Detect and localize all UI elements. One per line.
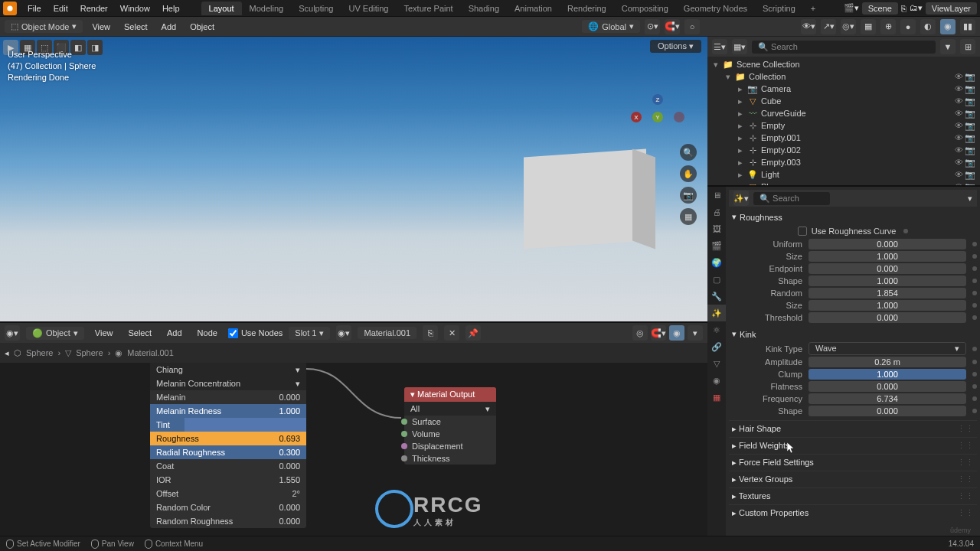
- prop-type-icon[interactable]: ✨▾: [733, 191, 749, 206]
- tree-row-curveguide[interactable]: ▸〰CurveGuide👁 📷: [707, 107, 980, 119]
- node-input-melanin-redness[interactable]: Melanin Redness1.000: [150, 404, 306, 418]
- prop-value-threshold[interactable]: 0.000: [808, 312, 966, 323]
- chevron-left-icon[interactable]: ◂: [5, 348, 9, 358]
- pivot-icon[interactable]: ⊙▾: [645, 19, 660, 34]
- overlay-toggle-icon[interactable]: ◎▾: [841, 19, 856, 34]
- menu-select[interactable]: Select: [119, 21, 152, 33]
- tree-row-empty[interactable]: ▸⊹Empty👁 📷: [707, 119, 980, 132]
- breadcrumb-object[interactable]: Sphere: [26, 348, 53, 357]
- menu-object[interactable]: Object: [185, 21, 219, 33]
- tab-material-icon[interactable]: ◉: [707, 372, 726, 389]
- shading-matprev-icon[interactable]: ◐: [920, 19, 936, 34]
- pan-icon[interactable]: ✋: [680, 165, 697, 182]
- filter-icon[interactable]: ▼: [940, 39, 956, 54]
- new-material-icon[interactable]: ⎘: [423, 325, 438, 341]
- principled-hair-node[interactable]: Chiang▾ Melanin Concentration▾ Melanin0.…: [150, 363, 306, 528]
- material-output-node[interactable]: ▾ Material Output All▾ Surface Volume Di…: [404, 387, 496, 465]
- prop-value-uniform[interactable]: 0.000: [808, 239, 966, 249]
- node-input-roughness[interactable]: Roughness0.693: [150, 432, 306, 445]
- prop-value-flatness[interactable]: 0.000: [808, 381, 966, 392]
- node-dropdown-model[interactable]: Chiang▾: [150, 363, 306, 377]
- menu-window[interactable]: Window: [114, 4, 156, 13]
- prop-value-shape[interactable]: 1.000: [808, 276, 966, 286]
- node-menu-add[interactable]: Add: [162, 327, 187, 339]
- prop-value-frequency[interactable]: 6.734: [808, 393, 966, 404]
- socket-volume[interactable]: Volume: [404, 428, 496, 440]
- tab-shading[interactable]: Shading: [461, 2, 507, 15]
- zoom-icon[interactable]: 🔍: [680, 144, 697, 161]
- mode-selector[interactable]: ⬚ Object Mode ▾: [5, 20, 83, 33]
- shading-wireframe-icon[interactable]: ⊕: [880, 19, 896, 34]
- tab-scripting[interactable]: Scripting: [755, 2, 803, 15]
- menu-add[interactable]: Add: [157, 21, 181, 33]
- tree-row-empty-003[interactable]: ▸⊹Empty.003👁 📷: [707, 156, 980, 168]
- tree-row-scene collection[interactable]: ▾📁Scene Collection: [707, 58, 980, 70]
- node-overlay-icon[interactable]: ◎: [632, 325, 648, 341]
- socket-displacement[interactable]: Displacement: [404, 440, 496, 452]
- node-canvas[interactable]: BSDF Chiang▾ Melanin Concentration▾ Mela…: [0, 363, 707, 536]
- xray-icon[interactable]: ▦: [861, 19, 876, 34]
- tab-compositing[interactable]: Compositing: [614, 2, 676, 15]
- section-kink-header[interactable]: ▾ Kink: [729, 327, 977, 341]
- outliner-tree[interactable]: ▾📁Scene Collection▾📁Collection👁 📷▸📷Camer…: [707, 57, 980, 185]
- prop-value-random[interactable]: 1.854: [808, 288, 966, 298]
- new-collection-icon[interactable]: ⊞: [960, 39, 975, 54]
- material-browse-icon[interactable]: ◉▾: [336, 325, 351, 341]
- node-input-radial-roughness[interactable]: Radial Roughness0.300: [150, 445, 306, 459]
- editor-type-icon[interactable]: ◉▾: [5, 325, 20, 341]
- use-nodes-toggle[interactable]: Use Nodes: [228, 328, 283, 338]
- tab-animation[interactable]: Animation: [507, 2, 560, 15]
- shader-type-selector[interactable]: 🟢 Object▾: [26, 327, 84, 340]
- node-input-melanin[interactable]: Melanin0.000: [150, 390, 306, 404]
- node-input-random-roughness[interactable]: Random Roughness0.000: [150, 514, 306, 528]
- perspective-icon[interactable]: ▦: [680, 208, 697, 225]
- node-chevron-icon[interactable]: ▾: [688, 325, 703, 341]
- use-roughness-curve-checkbox[interactable]: Use Roughness Curve: [729, 224, 977, 238]
- scene-selector[interactable]: Scene: [862, 2, 898, 15]
- proportional-edit-icon[interactable]: ○: [684, 19, 700, 34]
- node-backdrop-icon[interactable]: ◉: [669, 325, 684, 341]
- output-target-dropdown[interactable]: All▾: [404, 402, 496, 416]
- prop-value-clump[interactable]: 1.000: [808, 369, 966, 380]
- section-roughness-header[interactable]: ▾ Roughness: [729, 210, 977, 224]
- breadcrumb-data[interactable]: Sphere: [76, 348, 103, 357]
- prop-value-shape[interactable]: 0.000: [808, 406, 966, 416]
- tab-rendering[interactable]: Rendering: [560, 2, 614, 15]
- camera-view-icon[interactable]: 📷: [680, 187, 697, 204]
- tree-row-empty-002[interactable]: ▸⊹Empty.002👁 📷: [707, 144, 980, 156]
- tab-viewlayer-icon[interactable]: 🖼: [707, 220, 726, 237]
- tab-texture-icon[interactable]: ▦: [707, 389, 726, 406]
- pause-icon[interactable]: ▮▮: [960, 19, 975, 34]
- node-menu-view[interactable]: View: [90, 327, 118, 339]
- prop-value-size[interactable]: 1.000: [808, 251, 966, 262]
- gizmo-toggle-icon[interactable]: ↗▾: [821, 19, 836, 34]
- outliner-type-icon[interactable]: ☰▾: [712, 39, 727, 54]
- prop-value-endpoint[interactable]: 0.000: [808, 263, 966, 274]
- menu-help[interactable]: Help: [156, 4, 186, 13]
- slot-selector[interactable]: Slot 1 ▾: [289, 327, 330, 340]
- socket-thickness[interactable]: Thickness: [404, 452, 496, 465]
- tree-row-camera[interactable]: ▸📷Camera👁 📷: [707, 83, 980, 95]
- tree-row-collection[interactable]: ▾📁Collection👁 📷: [707, 70, 980, 83]
- section-field-weights[interactable]: ▸ Field Weights⋮⋮: [729, 437, 977, 454]
- node-dropdown-parametrization[interactable]: Melanin Concentration▾: [150, 377, 306, 390]
- tree-row-plane[interactable]: ▸▽Plane👁 📷: [707, 181, 980, 185]
- tree-row-light[interactable]: ▸💡Light👁 📷: [707, 168, 980, 181]
- menu-edit[interactable]: Edit: [47, 4, 74, 13]
- breadcrumb-material[interactable]: Material.001: [127, 348, 174, 357]
- node-input-ior[interactable]: IOR1.550: [150, 473, 306, 487]
- node-input-tint[interactable]: Tint: [150, 418, 306, 432]
- socket-surface[interactable]: Surface: [404, 416, 496, 428]
- kink-type-dropdown[interactable]: Wave▾: [808, 342, 966, 355]
- app-logo-icon[interactable]: [3, 2, 17, 15]
- section-textures[interactable]: ▸ Textures⋮⋮: [729, 487, 977, 504]
- shading-solid-icon[interactable]: ●: [900, 19, 916, 34]
- snap-icon[interactable]: 🧲▾: [665, 19, 680, 34]
- tab-data-icon[interactable]: ▽: [707, 355, 726, 372]
- node-input-coat[interactable]: Coat0.000: [150, 459, 306, 473]
- tree-row-cube[interactable]: ▸▽Cube👁 📷: [707, 95, 980, 107]
- material-name-field[interactable]: Material.001: [358, 327, 416, 339]
- tab-physics-icon[interactable]: ⚛: [707, 321, 726, 338]
- unlink-material-icon[interactable]: ✕: [444, 325, 459, 341]
- options-dropdown[interactable]: Options ▾: [650, 40, 701, 53]
